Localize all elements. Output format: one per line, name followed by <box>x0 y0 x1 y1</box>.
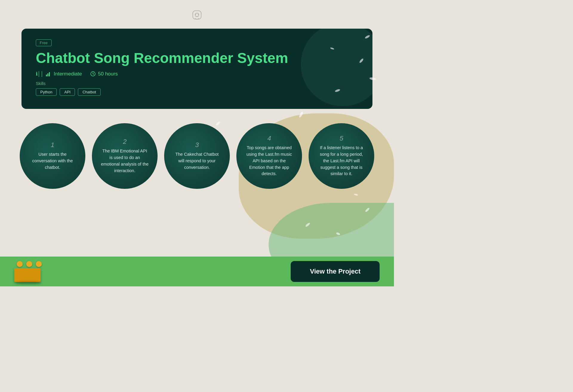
free-badge: Free <box>36 39 52 46</box>
time-label: 50 hours <box>98 71 118 77</box>
skills-list: Python API Chatbot <box>36 88 358 96</box>
step-2-circle: 2 The IBM Emotional API is used to do an… <box>92 123 158 189</box>
svg-rect-5 <box>47 73 48 76</box>
step-4-text: Top songs are obtained using the Last.fm… <box>245 145 294 177</box>
project-title: Chatbot Song Recommender System <box>36 50 358 66</box>
step-2-number: 2 <box>123 138 127 146</box>
svg-rect-0 <box>193 11 201 19</box>
skills-heading: Skills <box>36 81 358 86</box>
lego-body <box>14 268 41 282</box>
step-1-number: 1 <box>51 141 54 149</box>
svg-rect-6 <box>49 72 50 76</box>
step-3-number: 3 <box>195 141 199 149</box>
view-project-button[interactable]: View the Project <box>291 261 380 282</box>
step-5-number: 5 <box>340 135 343 142</box>
svg-line-9 <box>93 74 94 75</box>
lego-stud <box>36 261 42 267</box>
step-4-number: 4 <box>267 135 271 142</box>
step-1-circle: 1 User starts the conversation with the … <box>20 123 85 189</box>
svg-rect-4 <box>46 75 47 76</box>
step-5-text: If a listener listens to a song for a lo… <box>317 145 366 177</box>
svg-point-3 <box>198 14 199 15</box>
step-3-text: The Cakechat Chatbot will respond to you… <box>172 151 221 171</box>
lego-studs <box>17 261 42 267</box>
clock-icon <box>90 71 96 76</box>
lego-stud <box>26 261 32 267</box>
step-5-circle: 5 If a listener listens to a song for a … <box>309 123 374 189</box>
datacamp-logo-icon <box>189 8 205 24</box>
bar-chart-icon <box>46 72 51 76</box>
steps-section: 1 User starts the conversation with the … <box>0 109 394 189</box>
bottom-bar: View the Project <box>0 257 394 286</box>
svg-point-2 <box>195 14 196 15</box>
step-2-text: The IBM Emotional API is used to do an e… <box>100 148 149 174</box>
bar-chart-icon: ℹ││ <box>36 71 44 77</box>
hero-meta: ℹ││ Intermediate 50 hours <box>36 71 358 77</box>
lego-stud <box>17 261 23 267</box>
difficulty-meta: ℹ││ Intermediate <box>36 71 82 77</box>
skill-api: API <box>60 88 75 96</box>
hero-card: Free Chatbot Song Recommender System ℹ││… <box>21 29 372 109</box>
lego-shadow <box>16 281 41 284</box>
logo-area <box>0 0 394 29</box>
steps-grid: 1 User starts the conversation with the … <box>18 123 376 189</box>
time-meta: 50 hours <box>90 71 118 77</box>
step-1-text: User starts the conversation with the ch… <box>28 151 77 171</box>
lego-brick-container <box>14 261 41 282</box>
skill-python: Python <box>36 88 57 96</box>
difficulty-label: Intermediate <box>54 71 82 77</box>
skill-chatbot: Chatbot <box>78 88 101 96</box>
step-4-circle: 4 Top songs are obtained using the Last.… <box>236 123 302 189</box>
step-3-circle: 3 The Cakechat Chatbot will respond to y… <box>164 123 230 189</box>
